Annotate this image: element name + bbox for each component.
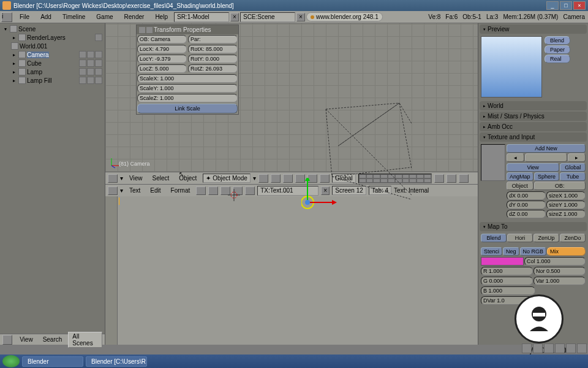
context-icon[interactable] <box>555 343 565 353</box>
outliner-filter[interactable]: All Scenes <box>68 332 102 348</box>
texture-slot[interactable] <box>481 144 505 181</box>
minimize-button[interactable]: _ <box>546 1 559 10</box>
tree-cube[interactable]: ▸ Cube <box>1 59 104 67</box>
b-field[interactable]: B 1.000 <box>481 286 535 295</box>
taskbar-blender-file[interactable]: Blender [C:\Users\R... <box>86 356 147 367</box>
rotx-field[interactable]: RotX: 85.000 <box>188 45 238 53</box>
select-icon[interactable] <box>87 51 94 58</box>
scaley-field[interactable]: ScaleY: 1.000 <box>137 84 238 93</box>
texinput-header[interactable]: ▾Texture and Input <box>480 132 587 142</box>
collapse-icon[interactable]: ▾ <box>483 27 486 32</box>
scene-close-icon[interactable]: × <box>296 13 305 21</box>
format-menu[interactable]: Format <box>167 186 194 195</box>
expand-icon[interactable]: ▸ <box>11 69 17 75</box>
link-scale-button[interactable]: Link Scale <box>137 104 238 113</box>
menu-timeline[interactable]: Timeline <box>58 12 90 21</box>
sphere-button[interactable]: Sphere <box>534 172 560 181</box>
ambocc-header[interactable]: ▸Amb Occ <box>480 122 587 131</box>
expand-icon[interactable]: ▸ <box>11 77 17 83</box>
text-editor[interactable] <box>105 196 478 345</box>
viewport-3d[interactable]: Transform Properties OB: Camera Par: Loc… <box>105 23 478 172</box>
view-menu[interactable]: View <box>126 174 146 183</box>
stencil-toggle[interactable]: Stenci <box>481 247 502 256</box>
texteditor-type-icon[interactable] <box>108 186 118 195</box>
menu-file[interactable]: File <box>15 12 34 21</box>
render-icon[interactable] <box>95 68 102 75</box>
tube-button[interactable]: Tube <box>560 172 586 181</box>
chevron-down-icon[interactable]: ▾ <box>120 187 123 194</box>
wordwrap-icon[interactable] <box>208 186 218 195</box>
screen-layout-field[interactable]: SR:1-Model <box>174 12 229 22</box>
context-icon[interactable] <box>566 343 576 353</box>
screen-close-icon[interactable]: × <box>230 13 239 21</box>
g-field[interactable]: G 0.000 <box>481 277 533 285</box>
expand-icon[interactable]: ▾ <box>2 26 9 32</box>
global-button[interactable]: Global <box>560 163 586 172</box>
col-field[interactable]: Col 1.000 <box>524 257 586 266</box>
neg-toggle[interactable]: Neg <box>503 247 519 256</box>
nor-field[interactable]: Nor 0.500 <box>533 267 586 275</box>
color-swatch[interactable] <box>481 257 524 266</box>
select-icon[interactable] <box>87 59 94 67</box>
outliner-view[interactable]: View <box>16 335 37 344</box>
world-header[interactable]: ▸World <box>480 101 587 110</box>
locy-field[interactable]: LocY: -9.379 <box>137 55 187 63</box>
3dview-type-icon[interactable] <box>108 174 118 183</box>
context-icon[interactable] <box>522 343 532 353</box>
visibility-icon[interactable] <box>79 51 86 58</box>
select-menu[interactable]: Select <box>149 174 173 183</box>
dx-field[interactable]: dX 0.00 <box>507 191 546 200</box>
sizex-field[interactable]: sizeX 1.000 <box>546 191 586 200</box>
transform-panel[interactable]: Transform Properties OB: Camera Par: Loc… <box>136 25 239 115</box>
add-new-button[interactable]: Add New <box>507 144 586 153</box>
tree-world[interactable]: World.001 <box>1 42 104 50</box>
menu-help[interactable]: Help <box>150 12 173 21</box>
locz-field[interactable]: LocZ: 5.000 <box>137 64 187 73</box>
render-icon[interactable] <box>95 51 102 58</box>
visibility-icon[interactable] <box>79 77 86 84</box>
sizey-field[interactable]: sizeY 1.000 <box>546 201 586 209</box>
tree-lamp-fill[interactable]: ▸ Lamp Fill <box>1 76 104 85</box>
render-icon[interactable] <box>95 77 102 84</box>
ob-field[interactable]: OB: Camera <box>137 35 187 44</box>
lock-icon[interactable] <box>434 174 444 183</box>
expand-icon[interactable]: ▸ <box>483 125 486 129</box>
menu-render[interactable]: Render <box>119 12 149 21</box>
collapse-icon[interactable]: ▾ <box>483 224 486 229</box>
visibility-icon[interactable] <box>79 59 86 67</box>
tex-nav-prev[interactable]: ◂ <box>507 153 524 162</box>
tree-scene[interactable]: ▾ Scene <box>1 25 104 33</box>
text-menu[interactable]: Text <box>126 186 144 195</box>
zenup-toggle[interactable]: ZenUp <box>533 234 559 242</box>
par-field[interactable]: Par: <box>188 35 238 44</box>
chevron-down-icon[interactable]: ▾ <box>120 175 123 182</box>
tab-field[interactable]: Tab: 4 <box>369 186 391 195</box>
render-icon[interactable] <box>95 59 102 67</box>
outliner-search[interactable]: Search <box>39 335 66 344</box>
outliner-tree[interactable]: ▾ Scene ▸ RenderLayers World.001 ▸ Camer… <box>0 23 105 334</box>
locx-field[interactable]: LocX: 4.790 <box>137 45 187 53</box>
close-button[interactable]: × <box>573 1 586 10</box>
manipulator-widget[interactable] <box>301 178 338 215</box>
rotz-field[interactable]: RotZ: 26.093 <box>188 64 238 73</box>
blend-toggle[interactable]: Blend <box>481 234 507 242</box>
context-icon[interactable] <box>533 343 543 353</box>
mix-dropdown[interactable]: Mix <box>547 247 586 256</box>
preview-paper-button[interactable]: Paper <box>545 45 570 54</box>
pivot-icon[interactable] <box>271 174 281 183</box>
r-field[interactable]: R 1.000 <box>481 267 533 275</box>
var-field[interactable]: Var 1.000 <box>533 277 586 285</box>
panel-close-icon[interactable] <box>139 27 145 33</box>
mist-header[interactable]: ▸Mist / Stars / Physics <box>480 112 587 121</box>
linenum-icon[interactable] <box>196 186 206 195</box>
context-icon[interactable] <box>544 343 554 353</box>
angmap-button[interactable]: AngMap <box>507 172 533 181</box>
expand-icon[interactable]: ▸ <box>483 114 486 119</box>
chevron-down-icon[interactable]: ▾ <box>253 175 256 182</box>
edit-menu[interactable]: Edit <box>146 186 164 195</box>
menu-game[interactable]: Game <box>91 12 118 21</box>
maximize-button[interactable]: □ <box>560 1 572 10</box>
tree-renderlayers[interactable]: ▸ RenderLayers <box>1 33 104 42</box>
roty-field[interactable]: RotY: 0.000 <box>188 55 238 63</box>
mapto-header[interactable]: ▾Map To <box>480 222 587 231</box>
